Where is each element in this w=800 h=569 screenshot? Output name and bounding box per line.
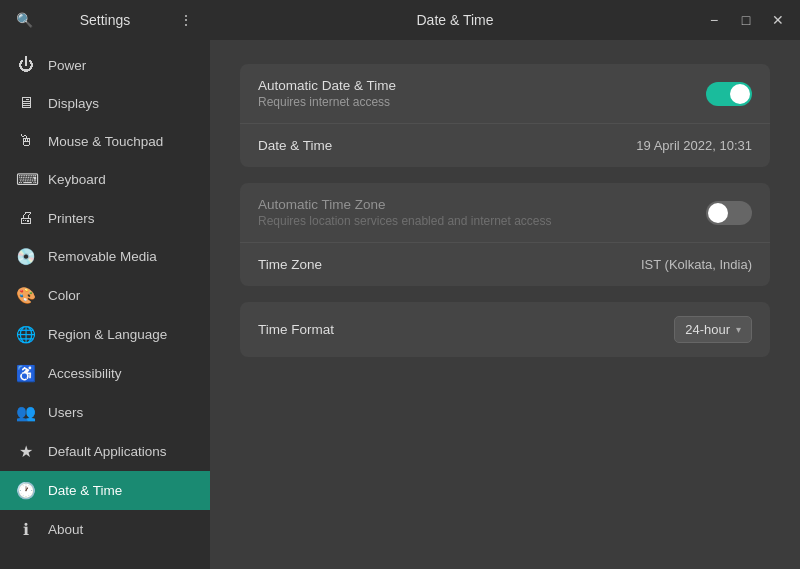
content-area: Automatic Date & Time Requires internet …: [210, 40, 800, 569]
sidebar-item-mouse[interactable]: 🖱Mouse & Touchpad: [0, 122, 210, 160]
auto-date-time-row: Automatic Date & Time Requires internet …: [240, 64, 770, 124]
date-time-card: Automatic Date & Time Requires internet …: [240, 64, 770, 167]
maximize-button[interactable]: □: [732, 6, 760, 34]
color-icon: 🎨: [16, 286, 36, 305]
about-icon: ℹ: [16, 520, 36, 539]
accessibility-icon: ♿: [16, 364, 36, 383]
sidebar-item-displays[interactable]: 🖥Displays: [0, 84, 210, 122]
time-format-row: Time Format 24-hour ▾: [240, 302, 770, 357]
sidebar-item-keyboard[interactable]: ⌨Keyboard: [0, 160, 210, 199]
sidebar-item-users[interactable]: 👥Users: [0, 393, 210, 432]
mouse-icon: 🖱: [16, 132, 36, 150]
sidebar-item-about[interactable]: ℹAbout: [0, 510, 210, 549]
timezone-row[interactable]: Time Zone IST (Kolkata, India): [240, 243, 770, 286]
sidebar-label-keyboard: Keyboard: [48, 172, 106, 187]
titlebar-left: 🔍 Settings ⋮: [0, 6, 210, 34]
keyboard-icon: ⌨: [16, 170, 36, 189]
users-icon: 👥: [16, 403, 36, 422]
sidebar-label-users: Users: [48, 405, 83, 420]
page-title: Date & Time: [416, 12, 493, 28]
minimize-button[interactable]: −: [700, 6, 728, 34]
sidebar-label-date-time: Date & Time: [48, 483, 122, 498]
auto-date-time-label: Automatic Date & Time: [258, 78, 706, 93]
auto-date-time-toggle[interactable]: [706, 82, 752, 106]
sidebar-item-removable[interactable]: 💿Removable Media: [0, 237, 210, 276]
power-icon: ⏻: [16, 56, 36, 74]
sidebar: ⏻Power🖥Displays🖱Mouse & Touchpad⌨Keyboar…: [0, 40, 210, 569]
titlebar: 🔍 Settings ⋮ Date & Time − □ ✕: [0, 0, 800, 40]
close-button[interactable]: ✕: [764, 6, 792, 34]
auto-timezone-sublabel: Requires location services enabled and i…: [258, 214, 706, 228]
sidebar-item-accessibility[interactable]: ♿Accessibility: [0, 354, 210, 393]
default-apps-icon: ★: [16, 442, 36, 461]
sidebar-label-default-apps: Default Applications: [48, 444, 167, 459]
time-format-card: Time Format 24-hour ▾: [240, 302, 770, 357]
sidebar-label-mouse: Mouse & Touchpad: [48, 134, 163, 149]
time-format-label: Time Format: [258, 322, 674, 337]
auto-timezone-row: Automatic Time Zone Requires location se…: [240, 183, 770, 243]
timezone-value: IST (Kolkata, India): [641, 257, 752, 272]
dropdown-arrow-icon: ▾: [736, 324, 741, 335]
sidebar-label-about: About: [48, 522, 83, 537]
sidebar-label-removable: Removable Media: [48, 249, 157, 264]
date-time-value: 19 April 2022, 10:31: [636, 138, 752, 153]
time-format-dropdown[interactable]: 24-hour ▾: [674, 316, 752, 343]
sidebar-item-power[interactable]: ⏻Power: [0, 46, 210, 84]
displays-icon: 🖥: [16, 94, 36, 112]
toggle-knob: [730, 84, 750, 104]
menu-icon[interactable]: ⋮: [172, 6, 200, 34]
auto-timezone-label: Automatic Time Zone: [258, 197, 706, 212]
main-layout: ⏻Power🖥Displays🖱Mouse & Touchpad⌨Keyboar…: [0, 40, 800, 569]
sidebar-label-displays: Displays: [48, 96, 99, 111]
search-icon[interactable]: 🔍: [10, 6, 38, 34]
date-time-label: Date & Time: [258, 138, 636, 153]
auto-date-time-sublabel: Requires internet access: [258, 95, 706, 109]
sidebar-label-color: Color: [48, 288, 80, 303]
date-time-icon: 🕐: [16, 481, 36, 500]
time-format-selected: 24-hour: [685, 322, 730, 337]
removable-icon: 💿: [16, 247, 36, 266]
sidebar-item-date-time[interactable]: 🕐Date & Time: [0, 471, 210, 510]
sidebar-title: Settings: [46, 12, 164, 28]
timezone-label: Time Zone: [258, 257, 641, 272]
window-controls: − □ ✕: [700, 6, 800, 34]
auto-timezone-toggle[interactable]: [706, 201, 752, 225]
sidebar-label-printers: Printers: [48, 211, 95, 226]
date-time-row[interactable]: Date & Time 19 April 2022, 10:31: [240, 124, 770, 167]
region-icon: 🌐: [16, 325, 36, 344]
sidebar-label-accessibility: Accessibility: [48, 366, 122, 381]
toggle-knob-tz: [708, 203, 728, 223]
sidebar-item-printers[interactable]: 🖨Printers: [0, 199, 210, 237]
sidebar-label-power: Power: [48, 58, 86, 73]
sidebar-item-default-apps[interactable]: ★Default Applications: [0, 432, 210, 471]
timezone-card: Automatic Time Zone Requires location se…: [240, 183, 770, 286]
printers-icon: 🖨: [16, 209, 36, 227]
sidebar-item-color[interactable]: 🎨Color: [0, 276, 210, 315]
titlebar-center: Date & Time: [210, 12, 700, 28]
sidebar-item-region[interactable]: 🌐Region & Language: [0, 315, 210, 354]
sidebar-label-region: Region & Language: [48, 327, 167, 342]
